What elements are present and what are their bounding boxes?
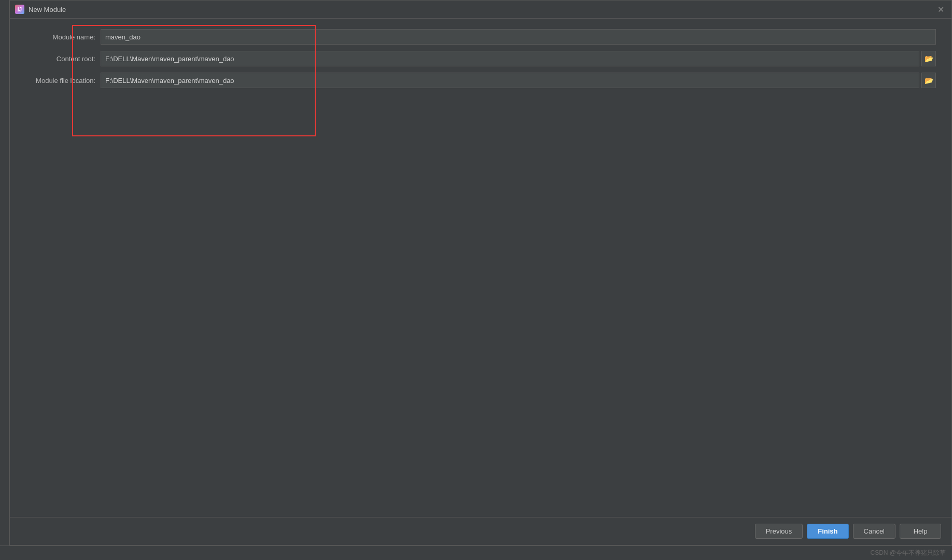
module-file-location-field-wrapper: 📂 bbox=[101, 73, 936, 88]
title-bar: IJ New Module ✕ bbox=[10, 1, 951, 19]
close-icon: ✕ bbox=[937, 5, 944, 15]
dialog-window: IJ New Module ✕ Module name: Content roo… bbox=[9, 0, 952, 545]
content-root-folder-button[interactable]: 📂 bbox=[921, 51, 936, 66]
module-file-location-input[interactable] bbox=[101, 73, 919, 88]
content-root-field-wrapper: 📂 bbox=[101, 51, 936, 66]
module-name-input[interactable] bbox=[101, 29, 936, 45]
content-root-row: Content root: 📂 bbox=[25, 51, 936, 66]
app-icon: IJ bbox=[15, 5, 24, 14]
dialog-content: Module name: Content root: 📂 Module file… bbox=[10, 19, 951, 517]
module-file-location-folder-button[interactable]: 📂 bbox=[921, 73, 936, 88]
content-root-input[interactable] bbox=[101, 51, 919, 66]
dialog-title: New Module bbox=[29, 6, 66, 13]
module-name-label: Module name: bbox=[25, 33, 101, 41]
app-icon-label: IJ bbox=[18, 7, 22, 12]
folder-icon: 📂 bbox=[925, 54, 933, 63]
module-name-field-wrapper bbox=[101, 29, 936, 45]
content-root-label: Content root: bbox=[25, 55, 101, 63]
cancel-button[interactable]: Cancel bbox=[853, 524, 895, 539]
help-button[interactable]: Help bbox=[900, 524, 941, 539]
previous-button[interactable]: Previous bbox=[755, 524, 803, 539]
dialog-footer: Previous Finish Cancel Help bbox=[10, 517, 951, 545]
finish-button[interactable]: Finish bbox=[807, 524, 848, 539]
module-name-row: Module name: bbox=[25, 29, 936, 45]
module-file-location-label: Module file location: bbox=[25, 77, 101, 85]
title-bar-left: IJ New Module bbox=[15, 5, 66, 14]
module-file-location-row: Module file location: 📂 bbox=[25, 73, 936, 88]
close-button[interactable]: ✕ bbox=[935, 4, 946, 15]
folder-icon-2: 📂 bbox=[925, 76, 933, 85]
dialog-overlay: IJ New Module ✕ Module name: Content roo… bbox=[0, 0, 952, 560]
